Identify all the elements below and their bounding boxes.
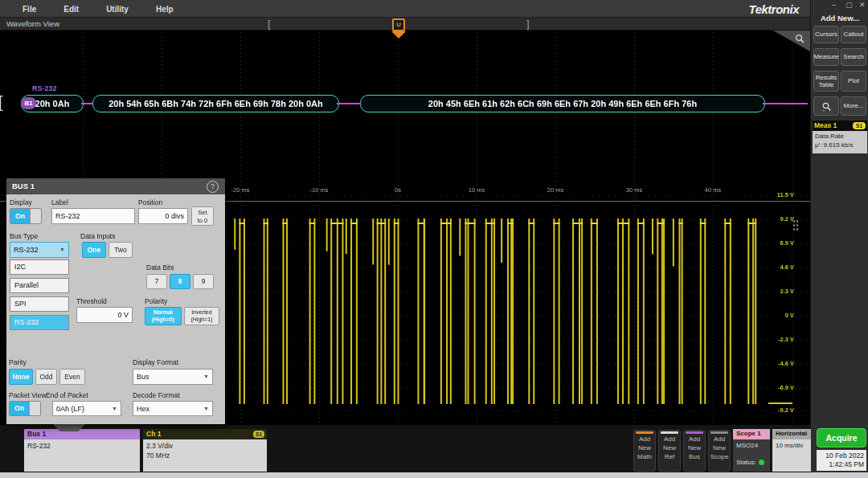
acquire-button[interactable]: Acquire bbox=[817, 428, 866, 447]
bus-connector bbox=[763, 103, 808, 104]
close-button[interactable]: ✕ bbox=[859, 1, 866, 9]
bus-type-dropdown[interactable]: RS-232 ▼ bbox=[10, 242, 69, 258]
ch1-scale: 2.3 V/div bbox=[146, 441, 264, 451]
meas1-value: μ': 9.615 kb/s bbox=[815, 141, 865, 150]
time-label: 30 ms bbox=[626, 186, 642, 194]
trigger-marker-icon[interactable]: U bbox=[392, 18, 405, 31]
scope1-tile-body: MSO24 Status: bbox=[733, 439, 770, 472]
trigger-position-arrow-icon[interactable] bbox=[391, 31, 406, 39]
data-inputs-label: Data Inputs bbox=[80, 232, 115, 240]
time-label: 10 ms bbox=[469, 186, 485, 194]
bus1-tile[interactable]: Bus 1 RS-232 bbox=[24, 429, 140, 472]
parity-label: Parity bbox=[9, 358, 27, 366]
scope1-status-label: Status: bbox=[736, 459, 756, 466]
parity-option-0[interactable]: None bbox=[9, 369, 33, 385]
display-label: Display bbox=[10, 198, 32, 206]
search-button[interactable]: Search bbox=[841, 48, 866, 66]
meas1-title: Meas 1 bbox=[814, 121, 837, 129]
set-to-zero-button[interactable]: Set to 0 bbox=[191, 206, 214, 226]
position-field[interactable]: 0 divs bbox=[138, 208, 188, 224]
polarity-option-1[interactable]: Inverted(High=1) bbox=[184, 307, 219, 325]
bus-type-option-rs-232[interactable]: RS-232 bbox=[10, 315, 69, 330]
bus1-badge[interactable]: B1 bbox=[21, 97, 36, 109]
cursors-button[interactable]: Cursors bbox=[813, 26, 839, 43]
zoom-mode-button[interactable] bbox=[813, 96, 839, 116]
minimize-button[interactable]: – bbox=[832, 1, 836, 9]
bus-type-option-parallel[interactable]: Parallel bbox=[10, 278, 69, 293]
plot-button[interactable]: Plot bbox=[841, 71, 866, 92]
bus1-tile-header: Bus 1 bbox=[24, 429, 140, 439]
packet-view-toggle[interactable]: On bbox=[9, 401, 41, 416]
help-icon[interactable]: ? bbox=[207, 181, 219, 193]
menu-file[interactable]: File bbox=[23, 5, 36, 14]
ch1-tile[interactable]: Ch 1 S1 2.3 V/div 70 MHz bbox=[143, 429, 267, 472]
volt-label: -6.9 V bbox=[759, 384, 794, 391]
data-bits-option-1[interactable]: 8 bbox=[170, 274, 190, 289]
add-new-label-line: Math bbox=[634, 453, 655, 462]
ch1-scope-badge: S1 bbox=[253, 431, 264, 438]
add-new-label-line: Add bbox=[634, 435, 655, 444]
add-new-label-line: New bbox=[659, 444, 680, 453]
add-new-label-line: Ref bbox=[659, 453, 680, 462]
volt-label: -2.3 V bbox=[759, 336, 794, 343]
callout-button[interactable]: Callout bbox=[841, 26, 866, 43]
bus1-config-dialog: BUS 1 ? Display On Label RS-232 Position… bbox=[6, 178, 225, 424]
bus-type-option-i2c[interactable]: I2C bbox=[10, 259, 69, 275]
volt-label: -9.2 V bbox=[759, 407, 794, 414]
data-inputs-option-1[interactable]: Two bbox=[108, 242, 133, 258]
add-new-label-line: Add bbox=[659, 435, 680, 444]
add-new-label-line: New bbox=[709, 444, 730, 453]
menu-utility[interactable]: Utility bbox=[106, 5, 129, 14]
threshold-field[interactable]: 0 V bbox=[76, 307, 133, 323]
threshold-label: Threshold bbox=[76, 297, 107, 305]
option-line2: (High=1) bbox=[185, 317, 219, 324]
add-new-label-line: Bus bbox=[684, 453, 705, 462]
more--button[interactable]: More... bbox=[841, 96, 866, 116]
data-bits-option-2[interactable]: 9 bbox=[193, 274, 214, 289]
ch1-tile-body: 2.3 V/div 70 MHz bbox=[143, 439, 267, 472]
bus-decode-label: RS-232 bbox=[32, 84, 57, 92]
end-of-packet-dropdown[interactable]: 0Ah (LF) ▼ bbox=[52, 401, 121, 416]
menu-edit[interactable]: Edit bbox=[63, 5, 79, 14]
add-new-ref-button[interactable]: AddNewRef bbox=[658, 430, 681, 472]
meas1-badge-panel[interactable]: Meas 1 S1 Data Rate μ': 9.615 kb/s bbox=[813, 121, 867, 153]
scope1-tile[interactable]: Scope 1 MSO24 Status: bbox=[733, 429, 770, 472]
menu-bar: FileEditUtilityHelp Tektronix bbox=[0, 0, 810, 18]
maximize-button[interactable]: ▢ bbox=[845, 1, 853, 9]
bus-type-option-spi[interactable]: SPI bbox=[10, 296, 69, 312]
volt-label: 2.3 V bbox=[759, 288, 794, 295]
results-table-button[interactable]: Results Table bbox=[813, 71, 839, 92]
measure-button[interactable]: Measure bbox=[813, 48, 839, 66]
menu-help[interactable]: Help bbox=[156, 5, 174, 14]
scale-grab-handle[interactable] bbox=[792, 219, 799, 232]
date-time-display: 10 Feb 2022 1:42:45 PM bbox=[817, 450, 866, 471]
display-toggle[interactable]: On bbox=[10, 208, 42, 224]
add-new-scope-button[interactable]: AddNewScope bbox=[708, 430, 731, 472]
bus1-tile-body: RS-232 bbox=[24, 439, 140, 472]
display-format-dropdown[interactable]: Bus ▼ bbox=[133, 369, 213, 385]
dialog-header[interactable]: BUS 1 ? bbox=[6, 178, 225, 194]
time-label: -20 ms bbox=[231, 186, 250, 194]
time-label: 20 ms bbox=[547, 186, 563, 194]
zoom-right-bracket[interactable]: ] bbox=[526, 18, 530, 30]
add-new-math-button[interactable]: AddNewMath bbox=[633, 430, 656, 472]
label-field[interactable]: RS-232 bbox=[51, 208, 135, 224]
horizontal-tile[interactable]: Horizontal 10 ms/div bbox=[772, 429, 811, 472]
add-new-bus-button[interactable]: AddNewBus bbox=[683, 430, 706, 472]
meas1-name: Data Rate bbox=[815, 133, 865, 141]
meas1-body: Data Rate μ': 9.615 kb/s bbox=[813, 131, 867, 153]
decode-format-dropdown[interactable]: Hex ▼ bbox=[133, 401, 213, 416]
zoom-left-bracket[interactable]: [ bbox=[268, 18, 271, 30]
horizontal-tile-body: 10 ms/div bbox=[772, 439, 811, 472]
parity-option-2[interactable]: Even bbox=[59, 369, 85, 385]
horizontal-scale: 10 ms/div bbox=[776, 441, 808, 451]
tab-waveform-view[interactable]: Waveform View bbox=[6, 19, 59, 28]
volt-label: 0 V bbox=[759, 312, 794, 319]
data-bits-option-0[interactable]: 7 bbox=[146, 274, 167, 289]
polarity-option-0[interactable]: Normal(High=0) bbox=[145, 307, 182, 325]
data-inputs-option-0[interactable]: One bbox=[82, 242, 106, 258]
bus1-tile-type: RS-232 bbox=[27, 441, 137, 451]
meas1-source-badge: S1 bbox=[853, 122, 866, 129]
parity-option-1[interactable]: Odd bbox=[35, 369, 57, 385]
add-new-title: Add New... bbox=[811, 14, 868, 22]
